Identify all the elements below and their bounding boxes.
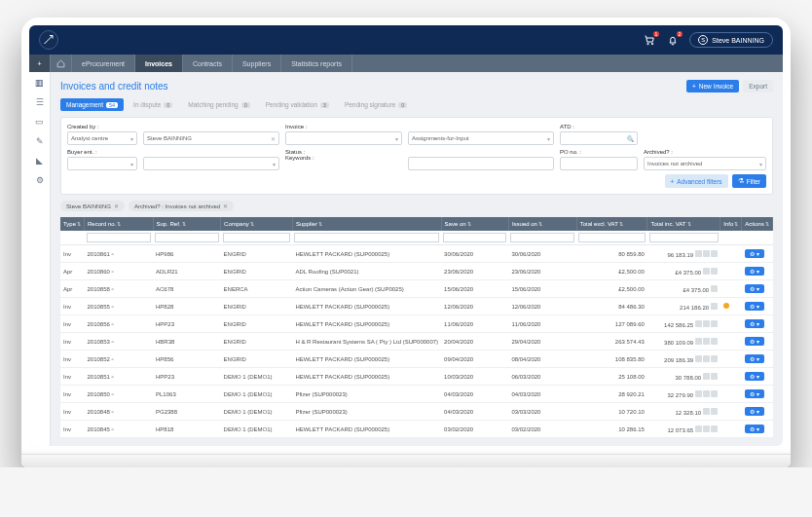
avatar: S [698, 35, 708, 45]
col-filter-company[interactable] [223, 233, 291, 242]
row-action-button[interactable]: ⚙▾ [745, 425, 764, 433]
filter-invoice[interactable]: ▾ [285, 131, 402, 145]
filter-label-archived: Archived? : [644, 149, 766, 155]
nav-item-statistics-reports[interactable]: Statistics reports [281, 55, 352, 72]
svg-point-1 [652, 43, 654, 45]
row-action-button[interactable]: ⚙▾ [745, 407, 764, 416]
filter-label-po: PO no. : [560, 149, 638, 155]
col-issued-on[interactable]: Issued on⇅ [508, 217, 576, 231]
filter-createdby[interactable]: Analyst centre▾ [67, 131, 137, 145]
col-info[interactable]: Info⇅ [720, 217, 742, 231]
table-row: Inv2010855 ▫HP828ENGRIDHEWLETT PACKARD (… [60, 298, 773, 315]
tab-in-dispute[interactable]: In dispute0 [128, 98, 178, 111]
row-action-button[interactable]: ⚙▾ [745, 372, 764, 381]
user-menu[interactable]: S Steve BAINNING [689, 32, 773, 48]
filter-chip[interactable]: Archived? : Invoices not archived✕ [129, 201, 234, 211]
svg-point-0 [647, 43, 649, 45]
sidebar-icon-file[interactable]: ▭ [35, 117, 45, 127]
table-row: Inv2010861 ▫HP986ENGRIDHEWLETT PACKARD (… [60, 245, 773, 263]
row-action-button[interactable]: ⚙▾ [745, 284, 764, 293]
nav-item-suppliers[interactable]: Suppliers [233, 55, 281, 72]
advanced-filters-button[interactable]: +Advanced filters [665, 174, 728, 188]
table-row: Inv2010856 ▫HPP23ENGRIDHEWLETT PACKARD (… [60, 315, 773, 333]
col-filter-total-excl-vat[interactable] [578, 233, 646, 242]
filter-button[interactable]: ⚗Filter [732, 174, 766, 188]
filter-label-invoice: Invoice : [285, 124, 402, 129]
col-filter-supplier[interactable] [294, 233, 439, 242]
nav-item-contracts[interactable]: Contracts [183, 55, 233, 72]
row-action-button[interactable]: ⚙▾ [745, 249, 764, 258]
table-row: Inv2010853 ▫HBR38ENGRIDH & R Restaurant … [60, 333, 773, 351]
row-action-button[interactable]: ⚙▾ [745, 389, 764, 398]
tab-pending-signature[interactable]: Pending signature0 [339, 98, 413, 111]
filter-archived[interactable]: Invoices not archived▾ [644, 157, 766, 170]
sidebar-icon-pencil[interactable]: ✎ [35, 136, 45, 146]
filter-label-atd: ATD : [560, 124, 638, 129]
gear-icon: ⚙ [750, 338, 755, 345]
filter-buyer-val[interactable]: ▾ [143, 157, 279, 170]
close-icon[interactable]: ✕ [114, 203, 119, 209]
col-supplier[interactable]: Supplier⇅ [292, 217, 441, 231]
col-save-on[interactable]: Save on⇅ [441, 217, 508, 231]
nav-add-button[interactable]: + [29, 55, 51, 72]
filter-person[interactable]: Steve BAINNING✕ [143, 131, 279, 145]
nav-item-eprocurement[interactable]: eProcurement [72, 55, 135, 72]
row-action-button[interactable]: ⚙▾ [745, 302, 764, 311]
app-logo[interactable] [39, 30, 58, 50]
sidebar-icon-gear[interactable]: ⚙ [35, 175, 45, 185]
filter-atd[interactable]: 🔍 [560, 131, 638, 145]
tab-pending-validation[interactable]: Pending validation3 [260, 98, 335, 111]
col-filter-save-on[interactable] [443, 233, 506, 242]
col-filter-sup-ref-[interactable] [155, 233, 219, 242]
table-row: Apr2010858 ▫AC678ENERCAAction Cameras (A… [60, 280, 773, 298]
col-filter-record-no-[interactable] [87, 233, 152, 242]
tab-matching-pending[interactable]: Matching pending0 [182, 98, 255, 111]
row-action-button[interactable]: ⚙▾ [745, 267, 764, 276]
row-action-button[interactable]: ⚙▾ [745, 354, 764, 363]
col-type[interactable]: Type⇅ [60, 217, 85, 231]
invoice-table: Type⇅Record no.⇅Sup. Ref.⇅Company⇅Suppli… [60, 217, 773, 438]
topbar: 1 2 S Steve BAINNING [29, 25, 783, 55]
gear-icon: ⚙ [750, 320, 755, 327]
table-row: Inv2010845 ▫HP818DEMO 1 (DEMO1)HEWLETT P… [60, 421, 773, 438]
row-action-button[interactable]: ⚙▾ [745, 319, 764, 328]
row-action-button[interactable]: ⚙▾ [745, 337, 764, 346]
col-total-inc-vat[interactable]: Total inc. VAT⇅ [647, 217, 720, 231]
gear-icon: ⚙ [750, 425, 755, 432]
table-row: Inv2010850 ▫PL1063DEMO 1 (DEMO1)Pfizer (… [60, 386, 773, 403]
col-filter-total-inc-vat[interactable] [649, 233, 719, 242]
gear-icon: ⚙ [750, 355, 755, 362]
user-name: Steve BAINNING [712, 37, 764, 44]
tab-management[interactable]: Management54 [60, 98, 124, 111]
col-actions[interactable]: Actions⇅ [742, 217, 773, 231]
new-invoice-button[interactable]: +New Invoice [686, 80, 739, 92]
page-title: Invoices and credit notes [60, 81, 168, 92]
filter-po[interactable] [560, 157, 638, 170]
export-button[interactable]: Export [743, 80, 773, 92]
col-record-no-[interactable]: Record no.⇅ [85, 217, 154, 231]
filter-label-createdby: Created by : [67, 124, 137, 129]
table-row: Inv2010848 ▫PG2388DEMO 1 (DEMO1)Pfizer (… [60, 403, 773, 421]
nav-home[interactable] [51, 55, 72, 72]
sidebar-icon-bookmark[interactable]: ◣ [35, 156, 45, 166]
sidebar: ▥ ☰ ▭ ✎ ◣ ⚙ [29, 72, 51, 446]
close-icon[interactable]: ✕ [223, 203, 228, 209]
sidebar-icon-clipboard[interactable]: ▥ [35, 78, 45, 88]
nav-item-invoices[interactable]: Invoices [135, 55, 183, 72]
cart-icon[interactable]: 1 [643, 33, 656, 47]
gear-icon: ⚙ [750, 285, 755, 292]
filter-label-buyer: Buyer ent. : [67, 149, 137, 155]
col-filter-issued-on[interactable] [510, 233, 574, 242]
filter-buyer[interactable]: ▾ [67, 157, 137, 170]
col-sup-ref-[interactable]: Sup. Ref.⇅ [153, 217, 221, 231]
col-company[interactable]: Company⇅ [221, 217, 293, 231]
laptop-base [21, 454, 791, 467]
filter-status[interactable]: Assignments-for-Input▾ [408, 131, 554, 145]
bell-icon[interactable]: 2 [666, 33, 680, 47]
table-row: Apr2010860 ▫ADLR21ENGRIDADL Roofing (SUP… [60, 263, 773, 280]
filter-chip[interactable]: Steve BAINNING✕ [60, 201, 125, 211]
gear-icon: ⚙ [750, 268, 755, 275]
filter-keywords[interactable] [408, 157, 554, 170]
sidebar-icon-list[interactable]: ☰ [35, 97, 45, 107]
col-total-excl-vat[interactable]: Total excl. VAT⇅ [576, 217, 647, 231]
